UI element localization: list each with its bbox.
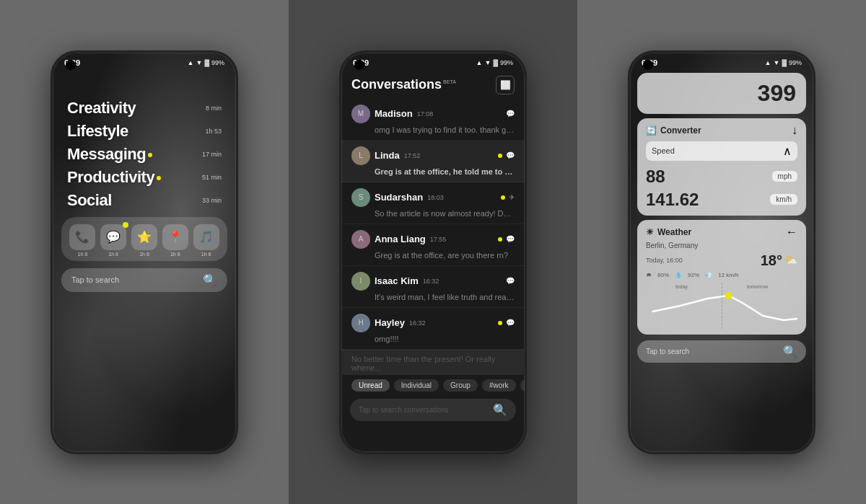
app-name: Lifestyle (67, 122, 128, 141)
conversation-item[interactable]: L Linda 17:52 💬 Greg is at the office, h… (341, 141, 525, 182)
dock-icon[interactable]: 💬 (100, 224, 126, 250)
dock-icon-wrap[interactable]: 📞 1h 8 (69, 224, 95, 257)
rain-value: 80% (657, 272, 669, 278)
conv-meta: 💬 (498, 319, 515, 327)
conv-preview: omg I was trying to find it too. thank g… (351, 125, 515, 134)
conv-sender: Isaac Kim (375, 275, 419, 286)
conv-preview: So the article is now almost ready! Do y… (351, 209, 515, 218)
conv-search-icon: 🔍 (493, 403, 507, 417)
app-list: Creativity 8 min Lifestyle 1h 53 Messagi… (53, 70, 236, 217)
app-item[interactable]: Productivity 51 min (67, 168, 222, 187)
conv-time: 17:52 (404, 152, 421, 159)
conv-meta: ✈ (501, 193, 515, 201)
signal-icon-w: ▼ (774, 59, 780, 66)
conversation-item[interactable]: A Anna Liang 17:55 💬 Greg is at the offi… (341, 224, 525, 266)
conv-item-header: A Anna Liang 17:55 💬 (351, 230, 515, 249)
conversation-item[interactable]: M Madison 17:08 💬 omg I was trying to fi… (341, 99, 525, 141)
unread-dot (501, 195, 505, 200)
weather-title-text: Weather (657, 227, 691, 237)
weather-location: Berlin, Germany (646, 242, 797, 249)
dock-icon-wrap[interactable]: 🎵 1h 8 (193, 224, 219, 257)
converter-widget[interactable]: 🔄 Converter ↓ Speed ∧ 88 mph (637, 118, 806, 216)
battery-icon: ▓ (204, 59, 209, 66)
conv-item-header: I Isaac Kim 16:32 💬 (351, 272, 515, 291)
widgets-search-icon: 🔍 (783, 345, 797, 358)
converter-chevron-down-icon[interactable]: ↓ (792, 124, 797, 137)
wifi-icon-conv: ▲ (476, 59, 483, 66)
status-icons: ▲ ▼ ▓ 99% (188, 59, 224, 66)
status-icons-widgets: ▲ ▼ ▓ 99% (765, 59, 802, 66)
conv-app-icon: 💬 (506, 151, 515, 159)
app-item[interactable]: Creativity 8 min (67, 99, 222, 118)
widgets-search-text: Tap to search (646, 348, 689, 355)
humidity-icon: 💧 (675, 272, 682, 278)
home-search-bar[interactable]: Tap to search 🔍 (61, 268, 227, 292)
app-name: Creativity (67, 99, 136, 118)
converter-icon: 🔄 (646, 125, 657, 136)
dock-label: 1h 8 (170, 252, 180, 257)
dock-icon-wrap[interactable]: 💬 1h 8 (100, 224, 126, 257)
dock-label: 1h 8 (139, 252, 149, 257)
notification-badge (123, 222, 128, 228)
conv-sender-wrap: S Sudarshan 18:03 (351, 188, 444, 207)
weather-right: 18° ⛅ (761, 252, 797, 269)
phone-widgets: 6:29 ▲ ▼ ▓ 99% 399 🔄 (628, 50, 815, 454)
conv-time: 17:08 (417, 110, 434, 118)
conv-time: 17:55 (430, 236, 447, 243)
filter-chip[interactable]: Individual (394, 379, 439, 392)
chart-label-tomorrow: tomorrow (747, 284, 768, 289)
wifi-icon-w: ▲ (765, 59, 771, 66)
battery-percent-conv: 99% (500, 59, 513, 66)
filter-chip[interactable]: Group (443, 379, 478, 392)
conversations-search-bar[interactable]: Tap to search conversations 🔍 (350, 399, 516, 421)
search-icon: 🔍 (203, 273, 217, 287)
home-search-text: Tap to search (71, 275, 119, 284)
filter-chip[interactable]: #work (482, 379, 516, 392)
weather-details: 🌧 80% 💧 92% 💨 12 km/h (646, 272, 797, 278)
widgets-search-bar[interactable]: Tap to search 🔍 (637, 340, 806, 363)
dock-icon-wrap[interactable]: 📍 1h 8 (162, 224, 188, 257)
weather-widget[interactable]: ☀ Weather ← Berlin, Germany Today, 16:00… (637, 220, 806, 335)
filter-chips: UnreadIndividualGroup#work#fam (341, 375, 525, 396)
conv-sender-wrap: L Linda 17:52 (351, 146, 420, 165)
weather-back-icon[interactable]: ← (786, 226, 797, 239)
app-time: 33 min (202, 197, 222, 204)
conversations-menu-button[interactable]: ⬜ (496, 76, 515, 94)
converter-unit-2: km/h (770, 194, 797, 205)
dock-icon-wrap[interactable]: ⭐ 1h 8 (131, 224, 157, 257)
conv-sender-wrap: H Hayley 16:32 (351, 314, 425, 332)
signal-icon: ▼ (196, 59, 203, 66)
conversation-item[interactable]: S Sudarshan 18:03 ✈ So the article is no… (341, 182, 525, 224)
wind-value: 12 km/h (718, 272, 738, 278)
dock-icon[interactable]: ⭐ (131, 224, 157, 250)
panel-conversations: 6:29 ▲ ▼ ▓ 99% ConversationsBETA ⬜ (289, 0, 577, 504)
conv-preview: It's weird man, I feel like truth and re… (351, 293, 515, 301)
widgets-area: 399 🔄 Converter ↓ Speed ∧ (630, 70, 813, 337)
filter-chip[interactable]: #fam (520, 379, 525, 392)
conversation-item[interactable]: H Hayley 16:32 💬 omg!!!! (341, 308, 525, 350)
battery-percent: 99% (211, 59, 224, 66)
unread-dot (498, 321, 502, 325)
weather-chart: today tomorrow (646, 283, 797, 329)
converter-row-1: 88 mph (646, 167, 797, 187)
app-item[interactable]: Social 33 min (67, 191, 222, 210)
conv-sender-wrap: A Anna Liang 17:55 (351, 230, 446, 249)
conversation-item[interactable]: I Isaac Kim 16:32 💬 It's weird man, I fe… (341, 266, 525, 308)
conv-avatar: S (351, 188, 370, 207)
camera-punch-hole-3 (643, 60, 653, 70)
dock-icon[interactable]: 📍 (162, 224, 188, 250)
weather-title-wrap: ☀ Weather (646, 227, 691, 237)
wifi-icon: ▲ (188, 59, 194, 66)
conv-meta: 💬 (498, 235, 515, 243)
conv-avatar: H (351, 314, 370, 332)
filter-chip[interactable]: Unread (351, 379, 390, 392)
conv-preview: Greg is at the office, are you there rn? (351, 251, 515, 260)
converter-type-row: Speed ∧ (646, 141, 797, 161)
signal-icon-conv: ▼ (485, 59, 491, 66)
converter-value-1: 88 (646, 167, 665, 187)
app-item[interactable]: Lifestyle 1h 53 (67, 122, 222, 141)
app-item[interactable]: Messaging 17 min (67, 145, 222, 164)
dock-icon[interactable]: 📞 (69, 224, 95, 250)
dock-icon[interactable]: 🎵 (193, 224, 219, 250)
conv-app-icon: 💬 (506, 277, 515, 285)
